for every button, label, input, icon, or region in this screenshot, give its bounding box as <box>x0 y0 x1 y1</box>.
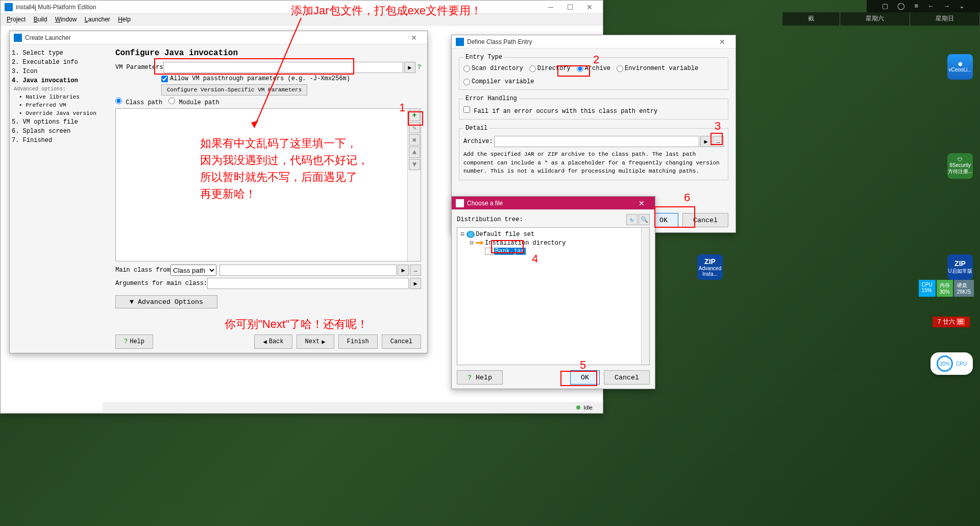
file-close-button[interactable]: ✕ <box>632 198 651 209</box>
create-launcher-dialog: Create Launcher ✕ 1. Select type 2. Exec… <box>9 31 428 353</box>
main-titlebar: install4j Multi-Platform Edition ─ ☐ ✕ <box>1 1 603 14</box>
tablet-icon[interactable]: ▢ <box>882 2 888 10</box>
step-select-type[interactable]: 1. Select type <box>12 49 107 58</box>
refresh-button[interactable]: ↻ <box>626 214 638 225</box>
tree-area[interactable]: ⊟Default file set ⊟Installation director… <box>457 227 650 365</box>
search-button[interactable]: 🔍 <box>639 214 650 225</box>
move-up-button[interactable]: ▲ <box>409 147 420 158</box>
launcher-close-button[interactable]: ✕ <box>405 32 423 43</box>
error-handling-fieldset: Error Handling Fail if an error occurs w… <box>459 95 728 119</box>
cpu-widget[interactable]: 30% CPU <box>930 352 973 375</box>
cloud-icon[interactable]: ◯ <box>897 2 905 10</box>
tab-sunday[interactable]: 星期日 <box>910 12 980 26</box>
scan-dir-radio[interactable] <box>463 65 470 72</box>
menu-window[interactable]: Window <box>55 16 77 23</box>
menu-help[interactable]: Help <box>118 16 131 23</box>
vm-params-input[interactable] <box>163 62 403 73</box>
vm-params-variable-button[interactable]: ▶ <box>404 62 415 73</box>
launcher-titlebar: Create Launcher ✕ <box>10 31 427 44</box>
archive-radio[interactable] <box>577 65 583 72</box>
error-legend: Error Handling <box>463 95 519 102</box>
desktop-icon-security[interactable]: 🛡8Security方待注册... <box>947 153 973 179</box>
step-executable-info[interactable]: 2. Executable info <box>12 58 107 67</box>
help-button[interactable]: ? Help <box>115 334 153 349</box>
help-icon[interactable]: ? <box>418 64 421 71</box>
modulepath-radio[interactable] <box>168 98 175 104</box>
menu-launcher[interactable]: Launcher <box>85 16 110 23</box>
finish-button[interactable]: Finish <box>338 334 378 349</box>
dropdown-icon[interactable]: ⌄ <box>959 2 965 10</box>
step-vm-options[interactable]: 5. VM options file <box>12 117 107 127</box>
menu-project[interactable]: Project <box>7 16 26 23</box>
classpath-icon <box>456 38 464 46</box>
step-java-invocation[interactable]: 4. Java invocation <box>12 76 107 85</box>
forward-icon[interactable]: → <box>943 2 950 10</box>
remove-entry-button[interactable]: ✖ <box>409 134 420 146</box>
app-icon <box>5 3 13 11</box>
desktop-icon-zip1[interactable]: ZIPAdvanced Insta... <box>697 254 723 280</box>
compiler-var-radio[interactable] <box>463 79 470 85</box>
archive-browse-button[interactable]: … <box>713 136 724 147</box>
archive-input[interactable] <box>494 136 699 147</box>
back-icon[interactable]: ← <box>927 2 934 10</box>
classpath-cancel-button[interactable]: Cancel <box>682 213 728 227</box>
advanced-options-button[interactable]: ▼ Advanced Options <box>115 295 217 308</box>
next-button[interactable]: Next ▶ <box>297 334 334 349</box>
vm-params-label: VM Parameters <box>115 64 163 71</box>
fail-checkbox[interactable] <box>463 106 470 113</box>
detail-text: Add the specified JAR or ZIP archive to … <box>463 150 724 176</box>
desktop-icon-zip2[interactable]: ZIPU启如常版 <box>947 254 973 280</box>
main-title: install4j Multi-Platform Edition <box>16 4 542 11</box>
add-entry-button[interactable]: + <box>409 110 420 121</box>
config-version-button[interactable]: Configure Version-Specific VM Parameters <box>161 84 307 95</box>
classpath-close-button[interactable]: ✕ <box>713 36 731 47</box>
main-class-more-button[interactable]: … <box>410 265 421 276</box>
launcher-icon <box>14 34 22 42</box>
allow-passthrough-checkbox[interactable] <box>161 76 168 82</box>
menu-icon[interactable]: ≡ <box>914 2 918 10</box>
args-label: Arguments for main class: <box>115 280 207 287</box>
step-finished[interactable]: 7. Finished <box>12 136 107 145</box>
main-class-label: Main class from <box>115 267 170 274</box>
maximize-button[interactable]: ☐ <box>561 2 579 13</box>
tree-scrollbar[interactable] <box>641 228 649 365</box>
step-icon[interactable]: 3. Icon <box>12 67 107 76</box>
tree-root[interactable]: Default file set <box>476 231 534 238</box>
minimize-button[interactable]: ─ <box>542 2 560 13</box>
file-cancel-button[interactable]: Cancel <box>604 370 650 385</box>
move-down-button[interactable]: ▼ <box>409 159 420 170</box>
main-class-input[interactable] <box>219 265 397 276</box>
cancel-button[interactable]: Cancel <box>382 334 421 349</box>
args-variable-button[interactable]: ▶ <box>410 278 421 289</box>
calendar-badge: 7 廿六 班 <box>933 317 970 327</box>
main-class-select[interactable]: Class path <box>170 265 216 276</box>
back-button[interactable]: ◀ Back <box>254 334 292 349</box>
classpath-list[interactable] <box>116 109 407 261</box>
detail-legend: Detail <box>463 125 489 132</box>
detail-fieldset: Detail Archive: ▶ … Add the specified JA… <box>459 125 728 180</box>
main-class-browse-button[interactable]: ▶ <box>398 265 409 276</box>
classpath-radio[interactable] <box>115 98 122 104</box>
edit-entry-button[interactable]: ✎ <box>409 122 420 133</box>
step-splash[interactable]: 6. Splash screen <box>12 127 107 136</box>
directory-radio[interactable] <box>529 65 536 72</box>
args-input[interactable] <box>207 278 409 289</box>
tab-interrupted[interactable]: 截 <box>782 12 840 26</box>
step-override-java[interactable]: • Override Java version <box>19 109 107 117</box>
desktop-icon-ceoo[interactable]: ⬢vCeooLi... <box>947 54 973 80</box>
archive-variable-button[interactable]: ▶ <box>700 136 712 147</box>
tab-saturday[interactable]: 星期六 <box>840 12 910 26</box>
step-native-libraries[interactable]: • Native libraries <box>19 93 107 101</box>
step-preferred-vm[interactable]: • Preferred VM <box>19 101 107 109</box>
file-ok-button[interactable]: OK <box>570 370 600 385</box>
menu-build[interactable]: Build <box>34 16 47 23</box>
close-button[interactable]: ✕ <box>580 2 599 13</box>
status-bar: Idle <box>103 402 603 413</box>
status-dot-icon <box>576 405 580 410</box>
tree-file-selected[interactable]: Bank.jar <box>494 248 526 255</box>
entry-type-legend: Entry Type <box>463 54 504 61</box>
tree-install-dir[interactable]: Installation directory <box>485 240 566 247</box>
main-panel: Configure Java invocation VM Parameters … <box>109 44 427 353</box>
file-help-button[interactable]: ? Help <box>457 370 503 385</box>
env-var-radio[interactable] <box>617 65 623 72</box>
